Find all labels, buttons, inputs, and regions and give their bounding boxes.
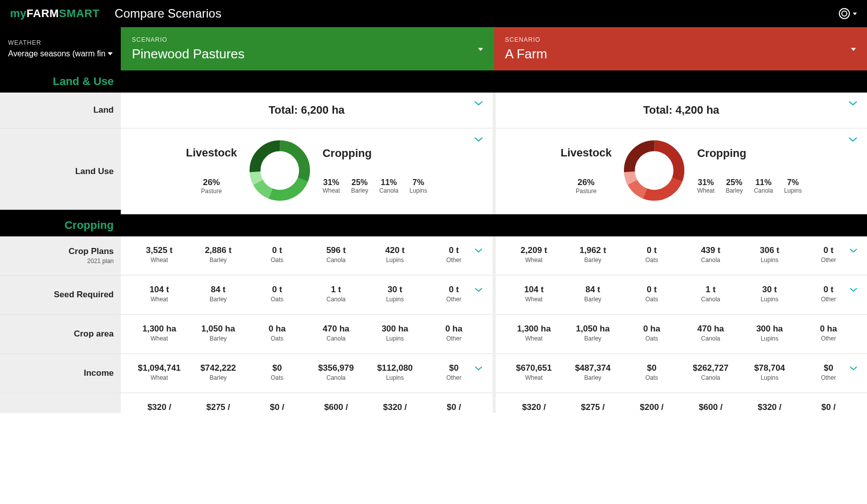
- crop-cell: $0Oats: [622, 363, 681, 381]
- crop-cell: 0 haOther: [799, 324, 858, 342]
- row-label: [0, 393, 121, 413]
- crop-cell: 596 tCanola: [306, 245, 365, 264]
- scenario-right-selector[interactable]: SCENARIO A Farm: [494, 27, 868, 70]
- crop-cell: $112,080Lupins: [365, 363, 424, 381]
- cropping-row: Crop Plans2021 plan3,525 tWheat2,886 tBa…: [0, 236, 867, 275]
- brand-my: my: [10, 7, 27, 20]
- row-label: Income: [0, 354, 121, 392]
- landuse-donut-left: [247, 138, 312, 203]
- pasture-label-right: Pasture: [561, 188, 612, 195]
- land-left-panel: Total: 6,200 ha: [121, 93, 493, 128]
- crop-cell: $200 /: [622, 402, 681, 412]
- crop-cell: $275 /: [564, 402, 622, 412]
- expand-toggle[interactable]: [848, 136, 858, 145]
- chevron-down-icon: [108, 52, 113, 55]
- landuse-right-crops: 31%Wheat 25%Barley 11%Canola 7%Lupins: [697, 178, 802, 194]
- crop-cell: $0 /: [248, 402, 306, 412]
- row-label: Seed Required: [0, 275, 121, 314]
- top-bar: myFARMSMART Compare Scenarios: [0, 0, 867, 27]
- expand-toggle[interactable]: [848, 100, 858, 109]
- scenario-left-selector[interactable]: SCENARIO Pinewood Pastures: [121, 27, 494, 70]
- user-menu[interactable]: [839, 8, 857, 19]
- cropping-left-panel: $1,094,741Wheat$742,222Barley$0Oats$356,…: [121, 354, 493, 392]
- crop-cell: 470 haCanola: [681, 324, 740, 342]
- expand-toggle[interactable]: [474, 246, 483, 256]
- crop-cell: $487,374Barley: [564, 363, 622, 381]
- expand-toggle[interactable]: [474, 364, 483, 373]
- livestock-heading: Livestock: [186, 146, 237, 159]
- cropping-row: Crop area1,300 haWheat1,050 haBarley0 ha…: [0, 314, 867, 354]
- row-label: Crop area: [0, 314, 121, 353]
- cropping-right-panel: 104 tWheat84 tBarley0 tOats1 tCanola30 t…: [496, 275, 868, 314]
- crop-cell: $0 /: [424, 402, 483, 412]
- crop-cell: 0 tOats: [248, 285, 306, 303]
- crop-cell: 0 haOats: [248, 324, 306, 342]
- crop-cell: 2,209 tWheat: [505, 245, 564, 264]
- landuse-left-panel: Livestock 26% Pasture Cropping 31%Wheat: [121, 128, 493, 214]
- crop-cell: 470 haCanola: [306, 324, 365, 342]
- crop-cell: 84 tBarley: [189, 285, 248, 303]
- cropping-row: Seed Required104 tWheat84 tBarley0 tOats…: [0, 275, 867, 314]
- crop-cell: 0 tOats: [622, 245, 681, 264]
- expand-toggle[interactable]: [474, 136, 484, 145]
- crop-cell: 1 tCanola: [681, 285, 740, 303]
- scenario-right-name: A Farm: [505, 46, 856, 62]
- row-label-land: Land: [0, 93, 121, 128]
- section-cropping: Crop Plans2021 plan3,525 tWheat2,886 tBa…: [0, 236, 867, 413]
- crop-cell: 420 tLupins: [365, 245, 424, 264]
- crop-cell: 3,525 tWheat: [130, 245, 189, 264]
- chevron-down-icon: [478, 48, 483, 51]
- crop-cell: 1,050 haBarley: [564, 324, 622, 342]
- crop-cell: $0 /: [799, 402, 858, 412]
- crop-cell: 0 tOther: [424, 245, 483, 264]
- crop-cell: $262,727Canola: [681, 363, 740, 381]
- land-left-total: Total: 6,200 ha: [130, 102, 484, 117]
- weather-value: Average seasons (warm fin: [8, 49, 106, 58]
- crop-cell: 300 haLupins: [365, 324, 424, 342]
- expand-toggle[interactable]: [474, 100, 484, 109]
- row-label-land-use: Land Use: [0, 128, 121, 214]
- section-land-use: Land Total: 6,200 ha Total: 4,200 ha Lan…: [0, 93, 867, 214]
- expand-toggle[interactable]: [474, 286, 483, 295]
- row-label: Crop Plans2021 plan: [0, 236, 121, 275]
- crop-cell: 2,886 tBarley: [189, 245, 248, 264]
- scenario-right-label: SCENARIO: [505, 36, 856, 43]
- expand-toggle[interactable]: [849, 364, 858, 373]
- cropping-heading: Cropping: [697, 147, 802, 160]
- crop-cell: $356,979Canola: [306, 363, 365, 381]
- crop-cell: $670,651Wheat: [505, 363, 564, 381]
- pasture-label-left: Pasture: [186, 188, 237, 195]
- crop-cell: $78,704Lupins: [740, 363, 799, 381]
- crop-cell: 0 haOther: [424, 324, 483, 342]
- crop-cell: 84 tBarley: [564, 285, 622, 303]
- cropping-row: Income$1,094,741Wheat$742,222Barley$0Oat…: [0, 354, 867, 393]
- crop-cell: 30 tLupins: [365, 285, 424, 303]
- crop-cell: $320 /: [130, 402, 189, 412]
- crop-cell: 0 tOats: [248, 245, 306, 264]
- crop-cell: 30 tLupins: [740, 285, 799, 303]
- crop-cell: $320 /: [365, 402, 424, 412]
- landuse-donut-right: [621, 138, 687, 203]
- crop-cell: $320 /: [505, 402, 564, 412]
- scenario-left-name: Pinewood Pastures: [132, 46, 483, 62]
- page-title: Compare Scenarios: [115, 7, 221, 21]
- cropping-row-partial: $320 /$275 /$0 /$600 /$320 /$0 /$320 /$2…: [0, 393, 867, 413]
- crop-cell: 104 tWheat: [505, 285, 564, 303]
- crop-cell: 300 haLupins: [740, 324, 799, 342]
- crop-cell: $600 /: [306, 402, 365, 412]
- expand-toggle[interactable]: [849, 286, 858, 295]
- selector-row: WEATHER Average seasons (warm fin SCENAR…: [0, 27, 867, 70]
- expand-toggle[interactable]: [849, 246, 858, 256]
- row-land: Land Total: 6,200 ha Total: 4,200 ha: [0, 93, 867, 128]
- crop-cell: $0Oats: [248, 363, 306, 381]
- weather-selector[interactable]: WEATHER Average seasons (warm fin: [0, 27, 121, 70]
- land-right-panel: Total: 4,200 ha: [496, 93, 868, 128]
- crop-cell: 104 tWheat: [130, 285, 189, 303]
- brand-logo[interactable]: myFARMSMART: [10, 7, 100, 20]
- crop-cell: 0 haOats: [622, 324, 681, 342]
- user-circle-icon: [839, 8, 850, 19]
- cropping-left-panel: 104 tWheat84 tBarley0 tOats1 tCanola30 t…: [121, 275, 493, 314]
- crop-cell: 0 tOther: [799, 285, 858, 303]
- brand-farm: FARM: [27, 7, 59, 20]
- crop-cell: 0 tOats: [622, 285, 681, 303]
